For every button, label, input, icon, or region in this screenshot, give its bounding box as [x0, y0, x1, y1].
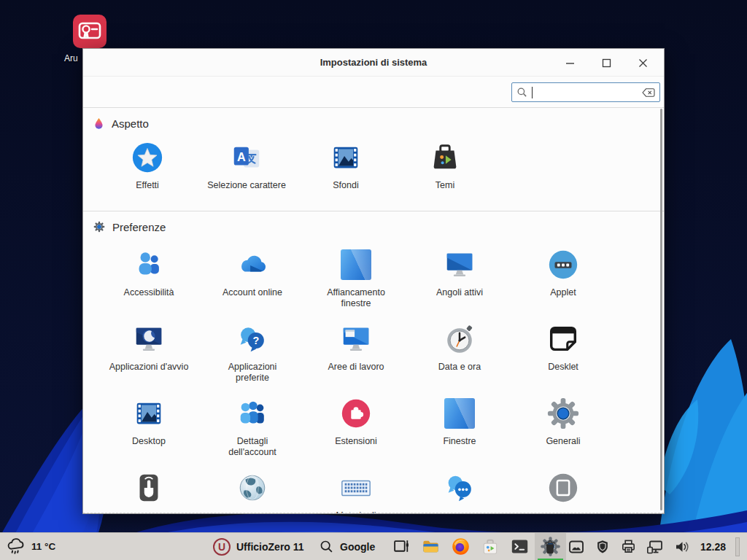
minimize-button[interactable]	[560, 53, 579, 72]
star-circle-icon	[130, 140, 165, 175]
system-tray: 12.28	[542, 533, 740, 560]
svg-text:?: ?	[252, 335, 259, 346]
settings-item-selezione-carattere[interactable]: A Selezione carattere	[197, 140, 296, 203]
settings-item-notifiche[interactable]	[408, 470, 511, 514]
folder-icon	[421, 537, 441, 556]
window-scrollbar[interactable]	[660, 109, 662, 510]
firefox-button[interactable]	[446, 533, 476, 560]
settings-item-metodo-di-input[interactable]: Metodo di	[304, 470, 408, 514]
web-search-launcher[interactable]: Google	[319, 533, 375, 560]
settings-content: Aspetto Effetti A	[83, 115, 664, 514]
cloud-icon	[235, 247, 270, 282]
gear-icon	[93, 221, 105, 233]
taskbar-clock[interactable]: 12.28	[700, 541, 726, 553]
search-input[interactable]	[537, 87, 638, 98]
theme-bag-icon	[427, 140, 462, 175]
settings-window: Impostazioni di sistema	[82, 48, 665, 514]
search-box[interactable]	[511, 82, 660, 102]
section-label: Aspetto	[112, 117, 149, 130]
shield-icon[interactable]	[595, 539, 611, 555]
settings-item-aree-di-lavoro[interactable]: Aree di lavoro	[304, 322, 408, 384]
weather-applet[interactable]: 11 °C	[7, 533, 55, 560]
blue-tile-icon	[442, 396, 477, 431]
clear-search-icon[interactable]	[642, 88, 655, 98]
ufficiozero-logo-icon: U	[213, 538, 231, 556]
weather-temp: 11 °C	[31, 541, 55, 552]
settings-item-effetti[interactable]: Effetti	[98, 140, 197, 203]
settings-item-lingue[interactable]	[201, 470, 304, 514]
settings-item-account-online[interactable]: Account online	[201, 247, 304, 310]
tablet-gray-circle-icon	[546, 470, 581, 505]
terminal-button[interactable]	[505, 533, 535, 560]
settings-item-gesti[interactable]	[97, 470, 201, 514]
gear-icon	[546, 396, 581, 431]
software-manager-button[interactable]	[476, 533, 505, 560]
aspetto-grid: Effetti A Selezione carattere	[83, 140, 664, 203]
settings-item-finestre[interactable]: Finestre	[408, 396, 511, 459]
globe-icon	[235, 470, 270, 505]
people-pair-icon	[131, 247, 166, 282]
filmstrip-picture-icon	[328, 140, 363, 175]
monitor-icon	[442, 247, 477, 282]
image-viewer-icon[interactable]	[568, 538, 585, 556]
window-list-button[interactable]	[387, 533, 416, 560]
trash-icon[interactable]	[542, 539, 558, 555]
search-icon	[516, 87, 527, 98]
settings-item-desktop[interactable]: Desktop	[97, 396, 201, 459]
printer-icon[interactable]	[620, 538, 637, 555]
settings-item-sfondi[interactable]: Sfondi	[296, 140, 395, 203]
paint-drop-icon	[93, 117, 104, 130]
close-button[interactable]	[633, 53, 652, 72]
settings-item-affiancamento-finestre[interactable]: Affiancamento finestre	[304, 247, 408, 310]
svg-text:A: A	[237, 150, 246, 163]
panel-dots-circle-icon	[546, 247, 581, 282]
chat-dots-icon	[442, 470, 477, 505]
maximize-button[interactable]	[597, 53, 616, 72]
settings-item-applicazioni-avvio[interactable]: Applicazioni d'avvio	[97, 322, 201, 384]
file-manager-button[interactable]	[416, 533, 446, 560]
show-desktop-button[interactable]	[735, 537, 740, 556]
chat-question-icon: ?	[235, 322, 270, 357]
web-search-label: Google	[340, 541, 375, 553]
taskbar-apps	[387, 533, 566, 560]
settings-item-desklet[interactable]: Desklet	[511, 322, 615, 384]
firefox-icon	[451, 537, 471, 556]
window-resize-edge[interactable]	[83, 513, 664, 513]
settings-item-estensioni[interactable]: Estensioni	[304, 396, 408, 459]
settings-item-dettagli-account[interactable]: Dettagli dell'account	[201, 396, 304, 459]
preferenze-grid: Accessibilità Account online Affiancam	[83, 247, 664, 514]
terminal-icon	[510, 537, 530, 556]
blue-tile-icon	[338, 247, 374, 282]
section-divider	[83, 211, 664, 211]
settings-item-angoli-attivi[interactable]: Angoli attivi	[408, 247, 511, 310]
taskbar: 11 °C U UfficioZero 11 Google	[0, 532, 747, 560]
keyboard-icon	[338, 470, 374, 505]
window-list-icon	[392, 537, 411, 556]
settings-item-applicazioni-preferite[interactable]: ? Applicazioni preferite	[201, 322, 304, 384]
settings-item-generali[interactable]: Generali	[511, 396, 615, 459]
distro-menu[interactable]: U UfficioZero 11	[213, 533, 304, 560]
filmstrip-picture-icon	[131, 396, 166, 431]
font-translate-icon: A	[229, 140, 264, 175]
people-three-icon	[235, 396, 270, 431]
display-devices-icon[interactable]	[646, 538, 664, 556]
certificate-icon	[73, 15, 107, 48]
monitor-window-icon	[338, 322, 374, 357]
monitor-moon-icon	[131, 322, 166, 357]
text-caret	[532, 87, 533, 98]
settings-item-temi[interactable]: Temi	[395, 140, 495, 203]
software-bag-icon	[481, 537, 500, 556]
settings-item-accessibilita[interactable]: Accessibilità	[97, 247, 201, 310]
volume-icon[interactable]	[673, 538, 691, 556]
puzzle-circle-icon	[338, 396, 374, 431]
section-label: Preferenze	[112, 221, 166, 233]
settings-item-applet[interactable]: Applet	[511, 247, 615, 310]
window-titlebar[interactable]: Impostazioni di sistema	[83, 49, 664, 77]
settings-item-schermo[interactable]	[511, 470, 615, 514]
settings-item-data-e-ora[interactable]: Data e ora	[408, 322, 511, 384]
section-header-preferenze: Preferenze	[83, 219, 664, 235]
note-outline-icon	[546, 322, 581, 357]
section-header-aspetto: Aspetto	[83, 115, 664, 131]
touch-gesture-icon	[131, 470, 166, 505]
distro-label: UfficioZero 11	[236, 541, 304, 553]
